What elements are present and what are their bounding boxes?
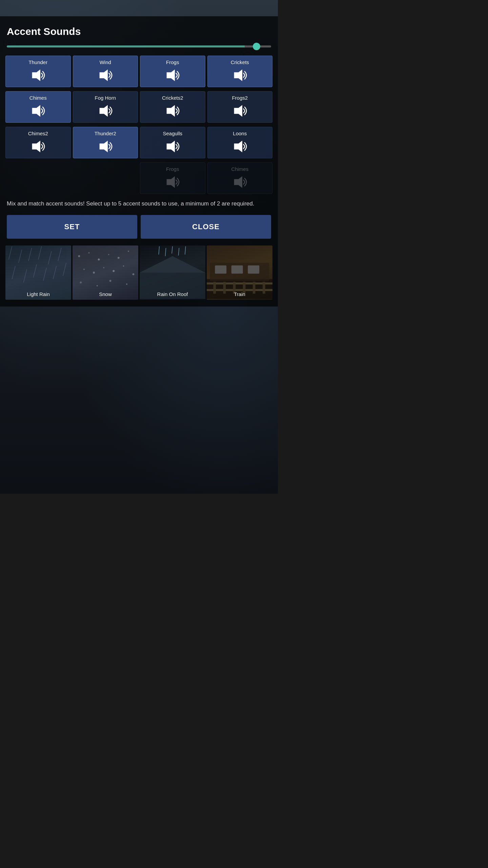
sound-card-chimes-partial[interactable]: Chimes xyxy=(207,162,273,194)
modal-title: Accent Sounds xyxy=(5,23,272,40)
action-buttons: SET CLOSE xyxy=(7,215,271,239)
sound-card-chimes2[interactable]: Chimes2 xyxy=(5,127,71,158)
thumb-label-train: Train xyxy=(207,291,272,297)
svg-point-57 xyxy=(109,280,111,282)
sound-card-frogs[interactable]: Frogs xyxy=(140,56,205,87)
svg-marker-19 xyxy=(167,70,175,81)
thumb-light-rain[interactable]: Light Rain xyxy=(5,245,71,300)
svg-point-51 xyxy=(103,267,104,268)
sound-grid-row1: Thunder Wind Frogs xyxy=(5,56,272,87)
sound-card-loons[interactable]: Loons xyxy=(207,127,273,158)
svg-marker-18 xyxy=(99,70,107,81)
volume-slider[interactable] xyxy=(7,45,271,47)
speaker-icon-crickets xyxy=(231,68,249,83)
sound-grid-row4-partial: Frogs Chimes xyxy=(5,162,272,194)
svg-line-37 xyxy=(12,266,15,279)
svg-rect-77 xyxy=(248,265,259,273)
sound-card-wind[interactable]: Wind xyxy=(73,56,138,87)
svg-line-60 xyxy=(159,246,159,254)
thumb-label-snow: Snow xyxy=(73,291,138,297)
svg-rect-76 xyxy=(231,265,243,273)
svg-line-42 xyxy=(63,262,66,276)
svg-point-58 xyxy=(126,283,127,285)
svg-marker-22 xyxy=(99,105,107,117)
volume-slider-container[interactable] xyxy=(5,45,272,47)
svg-point-46 xyxy=(108,254,109,255)
close-button[interactable]: CLOSE xyxy=(141,215,271,239)
svg-point-52 xyxy=(113,270,115,272)
svg-line-36 xyxy=(58,248,61,261)
sound-card-crickets2[interactable]: Crickets2 xyxy=(140,91,205,123)
speaker-icon-seagulls xyxy=(164,139,181,154)
svg-point-50 xyxy=(93,272,95,274)
sound-card-thunder[interactable]: Thunder xyxy=(5,56,71,87)
svg-point-55 xyxy=(80,281,82,283)
svg-line-41 xyxy=(53,266,57,279)
svg-line-38 xyxy=(23,269,27,282)
bottom-thumbnail-row: Light Rain xyxy=(5,245,272,300)
svg-line-34 xyxy=(38,246,42,259)
svg-point-43 xyxy=(78,255,80,257)
svg-line-64 xyxy=(185,246,186,254)
svg-marker-25 xyxy=(32,141,40,153)
speaker-icon-frogs xyxy=(164,68,181,83)
svg-line-31 xyxy=(9,246,12,259)
speaker-icon-fog-horn xyxy=(97,103,114,118)
sound-grid-row3: Chimes2 Thunder2 Seagulls xyxy=(5,127,272,158)
speaker-icon-frogs2 xyxy=(231,103,249,118)
sound-card-crickets[interactable]: Crickets xyxy=(207,56,273,87)
speaker-icon-frogs-partial xyxy=(164,175,181,190)
speaker-icon-thunder2 xyxy=(97,139,114,154)
svg-line-63 xyxy=(178,248,179,255)
speaker-icon-chimes2 xyxy=(29,139,47,154)
info-text: Mix and match accent sounds! Select up t… xyxy=(7,199,271,208)
svg-point-45 xyxy=(98,258,100,260)
speaker-icon-chimes xyxy=(29,103,47,118)
svg-line-35 xyxy=(48,251,52,264)
speaker-icon-chimes-partial xyxy=(231,175,249,190)
sound-card-frogs-partial[interactable]: Frogs xyxy=(140,162,205,194)
thumb-train[interactable]: Train xyxy=(207,245,272,300)
svg-marker-26 xyxy=(99,141,107,153)
sound-card-empty-1 xyxy=(5,162,71,194)
thumb-rain-on-roof[interactable]: Rain On Roof xyxy=(140,245,205,300)
svg-line-40 xyxy=(43,268,47,281)
svg-rect-75 xyxy=(215,265,226,273)
speaker-icon-wind xyxy=(97,68,114,83)
svg-point-56 xyxy=(97,285,98,286)
svg-line-33 xyxy=(28,248,32,261)
svg-marker-23 xyxy=(167,105,175,117)
speaker-icon-crickets2 xyxy=(164,103,181,118)
svg-marker-28 xyxy=(234,141,242,153)
svg-line-32 xyxy=(19,250,22,263)
thumb-snow[interactable]: Snow xyxy=(73,245,138,300)
svg-marker-30 xyxy=(234,176,242,188)
svg-marker-29 xyxy=(167,176,175,188)
svg-line-61 xyxy=(165,248,166,256)
sound-card-frogs2[interactable]: Frogs2 xyxy=(207,91,273,123)
svg-marker-17 xyxy=(32,70,40,81)
svg-point-54 xyxy=(133,273,135,275)
speaker-icon-loons xyxy=(231,139,249,154)
sound-card-seagulls[interactable]: Seagulls xyxy=(140,127,205,158)
svg-marker-27 xyxy=(167,141,175,153)
speaker-icon-thunder xyxy=(29,68,47,83)
sound-grid-row2: Chimes Fog Horn Crickets2 xyxy=(5,91,272,123)
thumb-label-light-rain: Light Rain xyxy=(5,291,71,297)
sound-card-thunder2[interactable]: Thunder2 xyxy=(73,127,138,158)
svg-point-49 xyxy=(83,269,85,270)
main-content: Accent Sounds Thunder Wind xyxy=(0,16,278,307)
svg-point-48 xyxy=(128,251,129,252)
svg-marker-21 xyxy=(32,105,40,117)
set-button[interactable]: SET xyxy=(7,215,137,239)
sound-card-chimes[interactable]: Chimes xyxy=(5,91,71,123)
svg-line-39 xyxy=(33,264,37,277)
sound-card-fog-horn[interactable]: Fog Horn xyxy=(73,91,138,123)
modal-overlay: Accent Sounds Thunder Wind xyxy=(0,16,278,307)
svg-point-47 xyxy=(118,257,120,259)
svg-marker-24 xyxy=(234,105,242,117)
svg-line-62 xyxy=(172,246,172,253)
volume-slider-thumb[interactable] xyxy=(253,43,260,50)
thumb-label-rain-on-roof: Rain On Roof xyxy=(140,291,205,297)
svg-point-53 xyxy=(123,265,124,267)
